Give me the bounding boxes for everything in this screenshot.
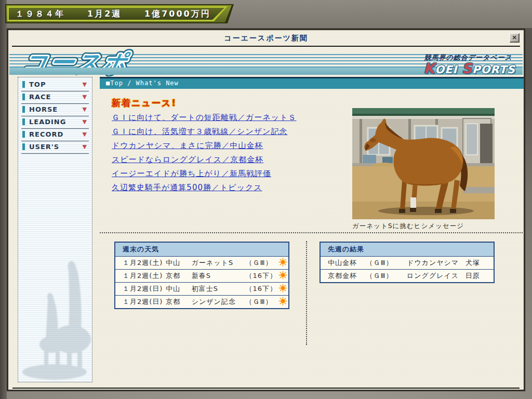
- race-date: １月2週(土): [115, 257, 166, 270]
- results-table-title: 先週の結果: [320, 242, 494, 257]
- sunny-icon: [278, 284, 287, 292]
- result-grade: （ＧⅢ）: [366, 270, 407, 283]
- sidebar-item-label: LEADING: [29, 118, 66, 126]
- sidebar-item-label: RECORD: [29, 130, 63, 138]
- menu-tick: [22, 118, 25, 125]
- menu-tick: [22, 81, 25, 88]
- race-track: 京都: [166, 296, 192, 309]
- sunny-icon: [278, 297, 287, 305]
- weekend-weather-table: 週末の天気 １月2週(土) 中山 ガーネットS （ＧⅢ） １月2週(土) 京都 …: [114, 242, 289, 309]
- koei-sports-wordmark: KOEI SPORTS: [423, 60, 515, 76]
- desktop-left-edge: [0, 0, 7, 399]
- sidebar-item-label: USER'S: [29, 143, 59, 151]
- result-grade: （ＧⅢ）: [366, 257, 407, 270]
- race-name: 初富士S: [192, 283, 246, 296]
- race-name: 新春S: [192, 270, 246, 283]
- race-name: ガーネットS: [192, 257, 246, 270]
- chevron-down-icon: ▼: [83, 118, 87, 125]
- news-link[interactable]: ＧＩに向けて、ダートの短距離戦／ガーネットＳ: [112, 111, 351, 125]
- window-title: コーエースポーツ新聞: [8, 34, 524, 43]
- sidebar-item-leading[interactable]: LEADING ▼: [21, 117, 89, 129]
- news-link[interactable]: イージーエイドが勝ち上がり／新馬戦評価: [112, 167, 351, 181]
- sidebar-item-label: RACE: [29, 93, 51, 101]
- menu-tick: [22, 143, 25, 150]
- race-grade: （16下）: [246, 270, 277, 283]
- newspaper-window: コーエースポーツ新聞 ✕ コースポ コースポ コースポ 競馬界の総合データベース…: [7, 29, 525, 391]
- brand-letter-s: S: [462, 60, 472, 76]
- news-link[interactable]: 久辺繁史騎手が通算500勝／トピックス: [112, 181, 351, 195]
- chevron-down-icon: ▼: [83, 106, 87, 113]
- horse-shadow: [378, 207, 474, 215]
- table-row: １月2週(土) 京都 新春S （16下）: [115, 270, 289, 283]
- chevron-down-icon: ▼: [83, 94, 87, 100]
- table-row: 京都金杯 （ＧⅢ） ロンググレイス 日原: [320, 270, 494, 283]
- result-jockey: 犬塚: [466, 257, 494, 270]
- chevron-down-icon: ▼: [83, 143, 87, 150]
- sidebar-item-top[interactable]: TOP ▼: [21, 79, 89, 91]
- screen: １９８４年 1月2週 1億7000万円 コーエースポーツ新聞 ✕ コースポ コー…: [0, 0, 532, 399]
- breadcrumb-text: ■Top / What's New: [106, 79, 179, 87]
- white-sock: [410, 197, 416, 208]
- sunny-icon: [278, 258, 287, 267]
- table-row: 中山金杯 （ＧⅢ） ドウカンヤシマ 犬塚: [320, 257, 494, 270]
- news-link[interactable]: ＧＩに向け、活気増す３歳戦線／シンザン記念: [112, 125, 351, 139]
- race-date: １月2週(日): [115, 296, 166, 309]
- sidebar-item-record[interactable]: RECORD ▼: [21, 129, 89, 141]
- chevron-down-icon: ▼: [83, 81, 87, 88]
- race-track: 中山: [166, 257, 192, 270]
- race-grade: （ＧⅢ）: [246, 296, 277, 309]
- sidebar-item-horse[interactable]: HORSE ▼: [21, 104, 89, 116]
- close-button[interactable]: ✕: [510, 33, 520, 43]
- sidebar-item-race[interactable]: RACE ▼: [21, 92, 89, 104]
- brand-ports: PORTS: [472, 63, 515, 76]
- race-date: １月2週(土): [115, 270, 166, 283]
- horse-photo: [352, 108, 495, 219]
- sidebar-item-users[interactable]: USER'S ▼: [21, 142, 89, 154]
- vertical-dotted-divider: [306, 241, 307, 345]
- current-year: １９８４年: [16, 9, 65, 20]
- race-grade: （16下）: [246, 283, 277, 296]
- menu-tick: [22, 106, 25, 113]
- current-week: 1月2週: [87, 9, 122, 20]
- race-track: 京都: [166, 270, 192, 283]
- news-badge: 新着ニュース!: [112, 97, 177, 109]
- brand-oei: OEI: [435, 63, 457, 76]
- chevron-down-icon: ▼: [83, 131, 87, 138]
- sidebar-item-label: HORSE: [29, 105, 58, 113]
- table-row: １月2週(日) 京都 シンザン記念 （ＧⅢ）: [115, 296, 289, 309]
- sidebar-menu: TOP ▼ RACE ▼ HORSE ▼ LEADING ▼ RECORD: [18, 77, 92, 382]
- last-week-results-table: 先週の結果 中山金杯 （ＧⅢ） ドウカンヤシマ 犬塚 京都金杯 （ＧⅢ） ロング…: [320, 242, 495, 283]
- brand-letter-k: K: [423, 60, 435, 76]
- close-icon: ✕: [512, 34, 516, 41]
- status-bar-text: １９８４年 1月2週 1億7000万円: [5, 4, 234, 23]
- result-horse: ドウカンヤシマ: [407, 257, 466, 270]
- result-horse: ロンググレイス: [407, 270, 466, 283]
- horse-watermark: [19, 255, 91, 380]
- news-link[interactable]: スピードならロンググレイス／京都金杯: [112, 153, 351, 167]
- race-date: １月2週(日): [115, 283, 166, 296]
- menu-tick: [22, 131, 25, 138]
- news-link-list: ＧＩに向けて、ダートの短距離戦／ガーネットＳ ＧＩに向け、活気増す３歳戦線／シン…: [112, 111, 351, 195]
- race-grade: （ＧⅢ）: [246, 257, 277, 270]
- result-race: 中山金杯: [320, 257, 366, 270]
- sidebar-item-label: TOP: [29, 81, 46, 88]
- weather-table-title: 週末の天気: [115, 242, 289, 257]
- menu-tick: [22, 94, 25, 100]
- race-track: 中山: [166, 283, 192, 296]
- breadcrumb: ■Top / What's New: [100, 77, 524, 89]
- table-row: １月2週(土) 中山 ガーネットS （ＧⅢ）: [115, 257, 289, 270]
- result-jockey: 日原: [466, 270, 494, 283]
- horizontal-dotted-divider: [100, 232, 525, 233]
- news-link[interactable]: ドウカンヤシマ、まさに完勝／中山金杯: [112, 139, 351, 153]
- footer-divider: [12, 388, 520, 389]
- result-race: 京都金杯: [320, 270, 366, 283]
- photo-caption: ガーネットSに挑むヒシメッセージ: [352, 222, 464, 231]
- sunny-icon: [278, 271, 287, 280]
- race-name: シンザン記念: [192, 296, 246, 309]
- game-status-bar: １９８４年 1月2週 1億7000万円: [5, 4, 234, 23]
- player-money: 1億7000万円: [144, 9, 211, 20]
- table-row: １月2週(日) 中山 初富士S （16下）: [115, 283, 289, 296]
